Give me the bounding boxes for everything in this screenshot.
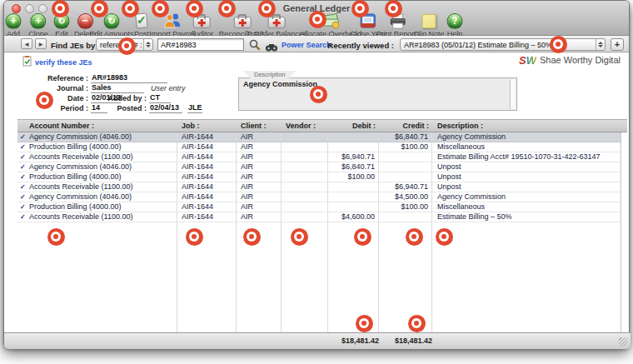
column-header-description[interactable]: Description :: [432, 122, 627, 130]
description-cell: Unpost: [432, 162, 621, 172]
vendor-cell: [282, 132, 328, 142]
debit-cell: [328, 192, 379, 202]
recently-viewed-select[interactable]: AR#18983 (05/01/12) Estimate Billing – 5…: [400, 38, 606, 51]
vendor-cell: [282, 172, 328, 182]
posted-label: Posted :: [104, 104, 147, 112]
posted-initials-value[interactable]: JLE: [187, 103, 202, 113]
table-row[interactable]: Accounts Receivable (1100.00) AIR-1644 A…: [17, 182, 621, 192]
job-cell: AIR-1644: [177, 142, 237, 152]
reference-label: Reference :: [17, 74, 88, 82]
find-field-select[interactable]: reference # :: [96, 38, 153, 51]
account-cell: Accounts Receivable (1100.00): [17, 152, 177, 162]
toolbar-item-edit-amounts[interactable]: Edit Amounts: [89, 12, 133, 38]
job-cell: AIR-1644: [177, 192, 237, 202]
company-logo: SW Shae Worthy Digital: [497, 52, 626, 67]
account-cell: Production Billing (4000.00): [17, 142, 177, 152]
credit-cell: [379, 152, 432, 162]
table-empty-area: [17, 222, 621, 332]
toolbar-item-auditor[interactable]: Auditor: [190, 12, 214, 38]
toolbar-item-import-payroll[interactable]: Import Payroll: [149, 12, 196, 38]
account-cell: Agency Commission (4046.00): [17, 132, 177, 142]
credit-cell: $6,940.71: [379, 182, 432, 192]
description-cell: Agency Commission: [432, 132, 621, 142]
credit-cell: [379, 162, 432, 172]
verify-these-jes-link[interactable]: verify these JEs: [22, 56, 92, 68]
power-search-link[interactable]: Power Search: [282, 41, 331, 49]
description-cell: Unpost: [432, 172, 621, 182]
post-clipboard-check-icon: [134, 12, 149, 29]
column-header-account[interactable]: Account Number :: [17, 122, 177, 130]
added-by-value[interactable]: CT: [149, 93, 171, 103]
toolbar-item-post[interactable]: Post: [134, 12, 149, 38]
journal-value[interactable]: Sales: [91, 83, 144, 93]
table-row[interactable]: Accounts Receivable (1100.00) AIR-1644 A…: [17, 212, 621, 222]
table-scrollbar[interactable]: [621, 132, 627, 332]
debit-cell: [328, 142, 379, 152]
posted-value[interactable]: 02/04/13: [149, 103, 182, 113]
job-cell: AIR-1644: [177, 202, 237, 212]
description-panel[interactable]: Description Agency Commission: [238, 77, 517, 111]
toolbar-item-add[interactable]: Add: [6, 12, 22, 38]
account-cell: Agency Commission (4046.00): [17, 192, 177, 202]
table-header: Account Number : Job : Client : Vendor :…: [17, 119, 627, 132]
client-cell: AIR: [237, 182, 282, 192]
account-cell: Accounts Receivable (1100.00): [17, 182, 177, 192]
job-cell: AIR-1644: [177, 152, 237, 162]
journal-label: Journal :: [17, 84, 88, 92]
find-jes-by-label: Find JEs by: [51, 41, 95, 50]
description-cell: Agency Commission: [432, 192, 621, 202]
clone-plus-orb-icon: [30, 12, 46, 29]
client-cell: AIR: [237, 172, 282, 182]
period-label: Period :: [17, 104, 88, 112]
find-query-input[interactable]: [157, 38, 244, 51]
table-row[interactable]: Production Billing (4000.00) AIR-1644 AI…: [17, 202, 621, 212]
totals-bar: $18,481.42 $18,481.42: [4, 332, 631, 349]
table-row[interactable]: Accounts Receivable (1100.00) AIR-1644 A…: [17, 152, 621, 162]
resize-grip[interactable]: [619, 337, 628, 347]
toolbar-item-edit[interactable]: Edit: [54, 12, 70, 38]
previous-record-button[interactable]: ◀: [21, 38, 32, 49]
column-header-job[interactable]: Job :: [177, 122, 237, 130]
job-cell: AIR-1644: [177, 162, 237, 172]
toolbar-item-clone[interactable]: Clone: [28, 12, 48, 38]
select-stepper-icon: [143, 39, 152, 50]
column-header-vendor[interactable]: Vendor :: [282, 122, 328, 130]
column-header-client[interactable]: Client :: [237, 122, 282, 130]
column-header-debit[interactable]: Debit :: [328, 122, 379, 130]
account-cell: Production Billing (4000.00): [17, 172, 177, 182]
debit-cell: [328, 202, 379, 212]
client-cell: AIR: [237, 142, 282, 152]
client-cell: AIR: [237, 132, 282, 142]
reference-value[interactable]: AR#18983: [91, 73, 167, 83]
description-cell: Estimate Billing Acct# 19510-1070-31-422…: [432, 152, 621, 162]
toolbar-item-help[interactable]: Help: [447, 12, 463, 38]
add-plus-orb-icon: [6, 12, 22, 29]
recently-viewed-label: Recently viewed :: [327, 41, 394, 50]
job-cell: AIR-1644: [177, 212, 237, 222]
print-reports-printer-icon: [389, 12, 407, 29]
table-row[interactable]: Production Billing (4000.00) AIR-1644 AI…: [17, 142, 621, 152]
job-cell: AIR-1644: [177, 172, 237, 182]
table-row[interactable]: Production Billing (4000.00) AIR-1644 AI…: [17, 172, 621, 182]
table-row[interactable]: Agency Commission (4046.00) AIR-1644 AIR…: [17, 162, 621, 172]
auditor-first-aid-kit-icon: [193, 12, 211, 29]
next-record-button[interactable]: ▶: [35, 38, 47, 49]
vendor-cell: [282, 142, 328, 152]
credit-cell: $100.00: [379, 202, 432, 212]
debit-cell: $100.00: [328, 172, 379, 182]
toolbar-item-clip-note[interactable]: Clip Note: [413, 12, 444, 38]
select-stepper-icon: [596, 39, 605, 50]
logo-mark: SW: [519, 55, 536, 66]
content-area: verify these JEs SW Shae Worthy Digital …: [4, 53, 629, 332]
search-magnifier-icon[interactable]: [249, 39, 261, 54]
toolbar-item-transfer-balances[interactable]: Transfer Balances: [247, 12, 307, 38]
table-row[interactable]: Agency Commission (4046.00) AIR-1644 AIR…: [17, 132, 621, 142]
column-header-credit[interactable]: Credit :: [379, 122, 432, 130]
entry-type-text: User entry: [151, 84, 186, 92]
table-row[interactable]: Agency Commission (4046.00) AIR-1644 AIR…: [17, 192, 621, 202]
debit-cell: $6,840.71: [328, 162, 379, 172]
description-scrollbar[interactable]: [510, 79, 516, 109]
add-recent-button[interactable]: +: [611, 38, 624, 51]
credit-total: $18,481.42: [395, 337, 432, 345]
general-ledger-window: General Ledger Add Clone Edit Delete E: [3, 0, 630, 348]
